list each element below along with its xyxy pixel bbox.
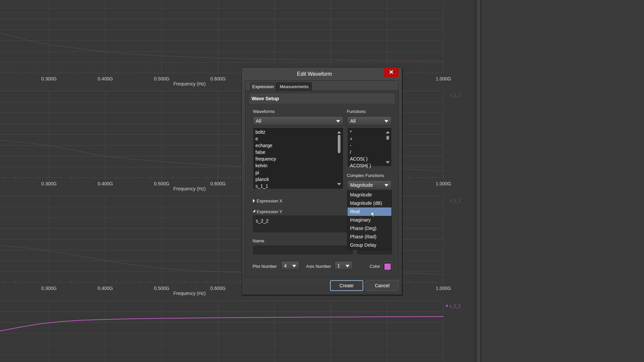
svg-text:0.400G: 0.400G	[98, 76, 113, 81]
svg-text:0.600G: 0.600G	[210, 286, 226, 291]
svg-text:Frequency (Hz): Frequency (Hz)	[173, 186, 206, 191]
svg-text:s_1_2: s_1_2	[450, 93, 461, 98]
svg-text:s_2_2: s_2_2	[449, 304, 461, 308]
svg-text:0.600G: 0.600G	[210, 181, 226, 186]
svg-text:Frequency (Hz): Frequency (Hz)	[173, 291, 206, 296]
svg-text:0.500G: 0.500G	[154, 181, 169, 186]
svg-text:0.300G: 0.300G	[41, 286, 57, 291]
svg-text:0.300G: 0.300G	[41, 181, 57, 186]
svg-text:1.000G: 1.000G	[436, 76, 451, 81]
svg-text:s_2_1: s_2_1	[450, 198, 461, 203]
svg-text:0.600G: 0.600G	[210, 76, 226, 81]
svg-text:0.300G: 0.300G	[41, 76, 57, 81]
svg-text:0.400G: 0.400G	[98, 286, 113, 291]
svg-text:0.400G: 0.400G	[98, 181, 113, 186]
svg-text:Frequency (Hz): Frequency (Hz)	[173, 81, 206, 86]
svg-text:0.500G: 0.500G	[154, 76, 169, 81]
svg-text:1.000G: 1.000G	[436, 286, 451, 291]
svg-text:0.500G: 0.500G	[154, 286, 169, 291]
svg-text:1.000G: 1.000G	[436, 181, 451, 186]
